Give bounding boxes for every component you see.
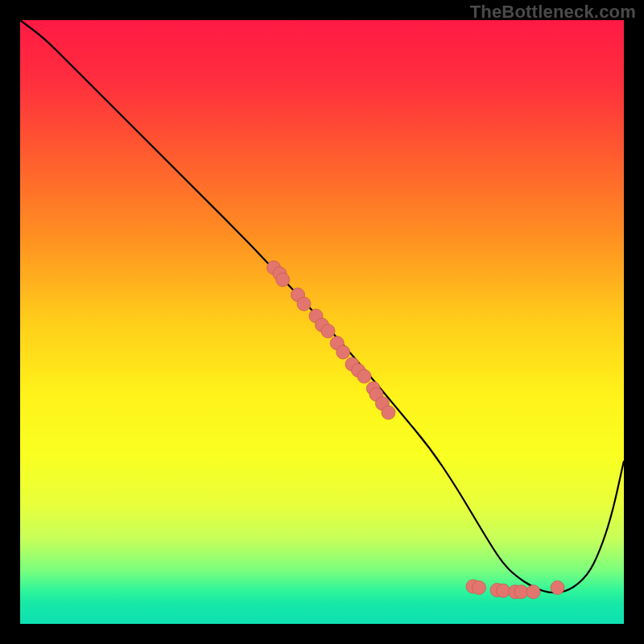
data-point [526,585,540,599]
chart-container: TheBottleneck.com [0,0,644,644]
data-point [551,581,564,595]
data-point [321,324,335,338]
data-point [336,345,350,359]
chart-svg [20,20,624,624]
plot-area [20,20,624,624]
data-point [276,273,290,287]
data-point [473,581,486,595]
data-point [497,584,510,597]
data-point [514,585,528,599]
watermark-text: TheBottleneck.com [470,2,636,23]
data-point [357,369,371,383]
data-point [297,297,311,311]
data-point [382,406,395,419]
